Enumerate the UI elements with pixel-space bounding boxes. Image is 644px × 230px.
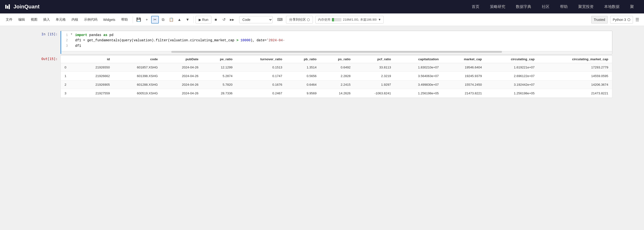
logo-icon [5,3,12,10]
nav-community[interactable]: 社区 [536,0,555,14]
table-cell: 0.5656 [286,72,320,80]
list-icon-button[interactable]: ☰ [634,16,641,24]
trusted-badge: Trusted [591,16,608,24]
horizontal-scrollbar[interactable] [61,51,612,53]
table-cell: 1.3514 [286,63,320,72]
run-icon: ▶ [199,18,201,22]
memory-value: 218M/1.0G, 本篇186.90l [343,18,376,22]
kernel-indicator: Python 3 [610,16,633,24]
line-number-2: 2 [63,38,68,43]
move-up-button[interactable]: ▲ [176,16,183,24]
table-cell: 2.696122e+07 [486,72,538,80]
table-cell: 2024-04-26 [162,80,202,89]
menu-kernel[interactable]: 内核 [68,17,81,23]
table-cell: -1063.8241 [354,89,395,98]
nav-data-dict[interactable]: 数据字典 [510,0,536,14]
table-cell: 14559.0595 [538,72,612,80]
output-cell: Out[15]: id code pubDate pe_ratio turnov… [32,55,612,98]
table-cell: 2024-04-26 [162,72,202,80]
table-cell: 17293.2779 [538,63,612,72]
table-cell: 3.499830e+07 [395,80,442,89]
nav-strategy[interactable]: 策略研究 [485,0,510,14]
menu-bar: 文件 编辑 视图 插入 单元格 内核 示例代码 Widgets 帮助 [3,17,131,23]
table-cell: 2.2828 [320,72,354,80]
menu-example[interactable]: 示例代码 [81,17,100,23]
menu-cell[interactable]: 单元格 [53,17,68,23]
col-pb-ratio: pb_ratio [286,56,320,63]
logo[interactable]: JoinQuant [5,3,40,10]
restart-button[interactable]: ↺ [220,16,228,24]
separator-2 [194,16,194,23]
table-cell: 15574.2450 [443,80,486,89]
table-cell: 1.256198e+05 [395,89,442,98]
menu-view[interactable]: 视图 [28,17,40,23]
cut-button[interactable]: ✂ [151,16,159,24]
paste-button[interactable]: 📋 [168,16,175,24]
cell-code-area[interactable]: 1 ▼ import pandas as pd 2 ▼ df1 = get_fu… [60,31,612,54]
table-cell: 3.564063e+07 [395,72,442,80]
memory-label: 内存使用 [318,18,330,22]
table-cell: 0.1747 [236,72,286,80]
col-turnover-ratio: turnover_ratio [236,56,286,63]
menu-edit[interactable]: 编辑 [15,17,28,23]
col-pcf-ratio: pcf_ratio [354,56,395,63]
line-number-3: 3 [63,43,68,49]
memory-dropdown-icon: ▼ [378,18,381,21]
stop-button[interactable]: ■ [212,16,220,24]
nav-investment[interactable]: 聚宽投资 [573,0,599,14]
table-cell: 19546.6404 [443,63,486,72]
notebook-toolbar: 文件 编辑 视图 插入 单元格 内核 示例代码 Widgets 帮助 💾 + ✂… [0,14,644,26]
table-cell: 600519.XSHG [114,89,162,98]
svg-rect-1 [7,6,8,9]
dataframe-table: id code pubDate pe_ratio turnover_ratio … [61,55,612,98]
restart-run-button[interactable]: ▶▶ [228,16,236,24]
table-cell: 0.2467 [236,89,286,98]
cell-type-dropdown[interactable]: Code Markdown Raw NBConvert [239,16,272,23]
top-navigation: JoinQuant 首页 策略研究 数据字典 社区 帮助 聚宽投资 本地数据 聚 [0,0,644,14]
table-row: 221926905601288.XSHG2024-04-265.78200.16… [61,80,612,89]
separator-1 [133,16,133,23]
table-cell: 5.7820 [202,80,236,89]
table-cell: 601398.XSHG [114,72,162,80]
add-cell-button[interactable]: + [143,16,151,24]
nav-help[interactable]: 帮助 [555,0,573,14]
nav-local-data[interactable]: 本地数据 [599,0,625,14]
table-row: 021926550601857.XSHG2024-04-2612.12990.1… [61,63,612,72]
col-id: id [76,56,114,63]
keyboard-icon[interactable]: ⌨ [276,16,284,24]
nav-links: 首页 策略研究 数据字典 社区 帮助 聚宽投资 本地数据 聚 [49,0,639,14]
run-button[interactable]: ▶ Run [196,16,212,24]
table-cell: 21926662 [76,72,114,80]
table-cell: 0.6492 [320,63,354,72]
menu-insert[interactable]: 插入 [40,17,53,23]
table-cell: 2.3219 [354,72,395,80]
table-cell: 0.6464 [286,80,320,89]
save-button[interactable]: 💾 [135,16,142,24]
code-line-3: 3 ▼ df1 [63,43,610,49]
table-row: 321927559600519.XSHG2024-04-2628.73360.2… [61,89,612,98]
table-cell: 33.8113 [354,63,395,72]
menu-help[interactable]: 帮助 [118,17,131,23]
move-down-button[interactable]: ▼ [184,16,192,24]
table-cell: 2 [61,80,76,89]
nav-home[interactable]: 首页 [466,0,485,14]
code-editor[interactable]: 1 ▼ import pandas as pd 2 ▼ df1 = get_fu… [61,31,612,50]
table-cell: 21926550 [76,63,114,72]
table-cell: 14206.3674 [538,80,612,89]
code-text-1: import pandas as pd [75,33,610,38]
kernel-name: Python 3 [613,18,626,22]
menu-file[interactable]: 文件 [3,17,15,23]
table-cell: 0.1513 [236,63,286,72]
code-text-2: df1 = get_fundamentals(query(valuation).… [75,38,610,43]
fold-arrow-1: ▼ [71,33,72,36]
nav-extra[interactable]: 聚 [625,0,639,14]
share-button[interactable]: 分享到社区 ⬡ [286,16,313,24]
menu-widgets[interactable]: Widgets [100,17,118,23]
svg-rect-2 [9,4,10,9]
line-number-1: 1 [63,33,68,38]
table-header-row: id code pubDate pe_ratio turnover_ratio … [61,56,612,63]
table-cell: 1 [61,72,76,80]
copy-button[interactable]: ⧉ [159,16,167,24]
col-index [61,56,76,63]
table-cell: 21927559 [76,89,114,98]
